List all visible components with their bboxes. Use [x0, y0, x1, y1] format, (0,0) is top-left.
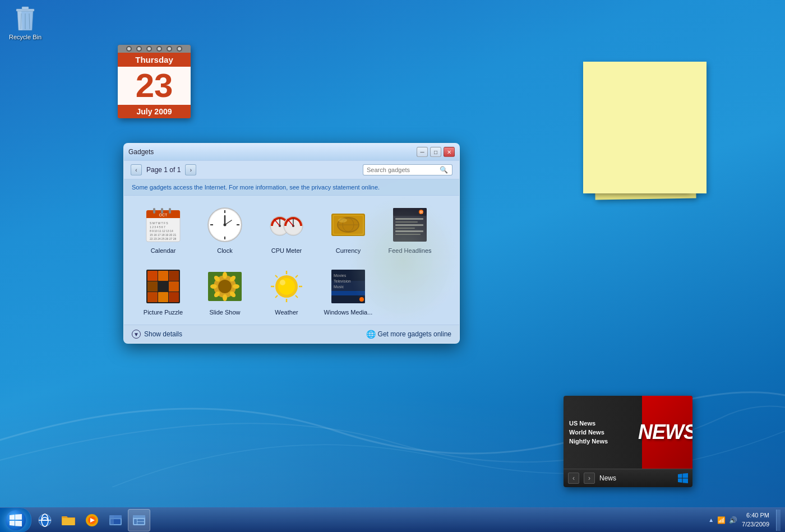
gadgets-titlebar: Gadgets ─ □ ✕ — [124, 144, 459, 161]
feed-headlines-gadget-label: Feed Headlines — [388, 247, 431, 254]
get-more-label: Get more gadgets online — [378, 330, 451, 338]
search-box[interactable]: 🔍 — [363, 164, 452, 175]
windows-media-gadget-label: Windows Media... — [324, 309, 373, 316]
gadgets-footer: ▼ Show details 🌐 Get more gadgets online — [124, 325, 459, 343]
taskbar-gadgets-icon[interactable] — [128, 509, 150, 531]
svg-rect-54 — [158, 271, 168, 281]
clock-gadget-icon — [205, 205, 245, 245]
calendar-day: Thursday — [118, 53, 191, 67]
news-widget-display: US News World News Nightly News NEWS — [564, 396, 692, 469]
svg-rect-55 — [169, 271, 179, 281]
gadget-weather[interactable]: Weather — [258, 263, 315, 319]
news-widget-label: News — [599, 474, 673, 482]
news-widget[interactable]: US News World News Nightly News NEWS ‹ ›… — [564, 396, 692, 487]
show-details-chevron: ▼ — [132, 330, 141, 339]
svg-point-91 — [359, 297, 364, 302]
show-desktop-button[interactable] — [776, 510, 781, 531]
svg-rect-58 — [169, 281, 179, 292]
picture-puzzle-gadget-label: Picture Puzzle — [144, 309, 183, 316]
maximize-button[interactable]: □ — [430, 147, 441, 157]
svg-rect-46 — [395, 224, 423, 226]
taskbar-explorer-icon[interactable] — [104, 509, 127, 531]
news-line-3: Nightly News — [569, 438, 636, 445]
svg-line-79 — [275, 275, 278, 277]
news-next-button[interactable]: › — [584, 473, 595, 484]
gadgets-nav: ‹ Page 1 of 1 › 🔍 — [124, 161, 459, 179]
svg-point-41 — [338, 218, 347, 223]
taskbar-ie-icon[interactable] — [34, 509, 56, 531]
gadget-clock[interactable]: Clock — [197, 201, 253, 257]
news-line-1: US News — [569, 420, 636, 427]
svg-rect-89 — [331, 291, 365, 295]
svg-point-66 — [223, 294, 227, 301]
news-prev-button[interactable]: ‹ — [568, 473, 579, 484]
start-button[interactable] — [0, 508, 31, 533]
windows-media-gadget-icon: Movies Television Music — [328, 266, 368, 307]
svg-rect-106 — [137, 519, 144, 521]
svg-rect-102 — [109, 515, 114, 525]
gadget-windows-media[interactable]: Movies Television Music Windows Media... — [320, 263, 376, 319]
sticky-note-front[interactable] — [583, 62, 706, 193]
calendar-date: 23 — [118, 67, 191, 105]
svg-text:15 16 17 18 19 20 21: 15 16 17 18 19 20 21 — [150, 233, 176, 237]
taskbar-system-tray: ▲ 📶 🔊 6:40 PM 7/23/2009 — [708, 510, 785, 531]
svg-text:OCT: OCT — [159, 213, 168, 217]
time-display: 6:40 PM — [742, 511, 769, 520]
calendar-widget[interactable]: Thursday 23 July 2009 — [118, 45, 191, 118]
calendar-spiral — [118, 45, 191, 53]
news-logo-text: NEWS — [638, 420, 692, 444]
gadget-slide-show[interactable]: Slide Show — [197, 263, 253, 319]
svg-rect-105 — [134, 519, 137, 524]
show-details-button[interactable]: ▼ Show details — [132, 330, 182, 339]
globe-icon: 🌐 — [366, 330, 376, 339]
recycle-bin-label: Recycle Bin — [9, 34, 41, 40]
search-icon[interactable]: 🔍 — [440, 166, 448, 174]
svg-rect-104 — [133, 515, 145, 518]
gadget-cpu-meter[interactable]: CPU Meter — [258, 201, 315, 257]
svg-text:R: R — [420, 210, 423, 214]
volume-icon[interactable]: 🔊 — [729, 516, 737, 524]
get-more-gadgets-link[interactable]: 🌐 Get more gadgets online — [366, 330, 451, 339]
svg-point-25 — [224, 224, 227, 226]
svg-rect-8 — [153, 208, 155, 214]
svg-rect-53 — [147, 271, 158, 281]
gadgets-grid: OCT S M T W T F S 1 2 3 4 5 6 7 8 9 10 1… — [124, 196, 459, 325]
svg-rect-107 — [137, 522, 144, 524]
clock-gadget-label: Clock — [217, 247, 233, 254]
svg-point-65 — [223, 272, 227, 279]
show-details-label: Show details — [144, 330, 182, 338]
svg-text:Music: Music — [334, 285, 344, 289]
news-widget-bar: ‹ › News — [564, 469, 692, 487]
taskbar: ▲ 📶 🔊 6:40 PM 7/23/2009 — [0, 507, 785, 532]
svg-rect-45 — [395, 221, 418, 223]
taskbar-media-player-icon[interactable] — [81, 509, 103, 531]
currency-gadget-label: Currency — [336, 247, 361, 254]
picture-puzzle-gadget-icon — [143, 266, 183, 307]
gadget-picture-puzzle[interactable]: Picture Puzzle — [135, 263, 191, 319]
taskbar-clock[interactable]: 6:40 PM 7/23/2009 — [742, 511, 769, 529]
gadget-feed-headlines[interactable]: R Feed Headlines — [382, 201, 438, 257]
minimize-button[interactable]: ─ — [417, 147, 428, 157]
gadget-currency[interactable]: Currency — [320, 201, 376, 257]
svg-text:1  2  3  4  5  6  7: 1 2 3 4 5 6 7 — [150, 225, 165, 229]
notification-arrow-icon[interactable]: ▲ — [708, 517, 714, 523]
svg-text:S M T W T F S: S M T W T F S — [150, 221, 168, 225]
gadget-calendar[interactable]: OCT S M T W T F S 1 2 3 4 5 6 7 8 9 10 1… — [135, 201, 191, 257]
svg-rect-57 — [158, 281, 168, 292]
close-button[interactable]: ✕ — [444, 147, 455, 157]
slide-show-gadget-icon — [205, 266, 245, 307]
svg-point-83 — [280, 280, 285, 285]
network-icon[interactable]: 📶 — [717, 516, 726, 524]
next-page-button[interactable]: › — [185, 164, 196, 175]
taskbar-folder-icon[interactable] — [57, 509, 80, 531]
prev-page-button[interactable]: ‹ — [131, 164, 142, 175]
cpu-meter-gadget-icon — [266, 205, 307, 245]
weather-gadget-icon — [266, 266, 307, 307]
svg-rect-48 — [395, 230, 423, 232]
gadgets-info: Some gadgets access the Internet. For mo… — [124, 179, 459, 196]
feed-headlines-gadget-icon: R — [390, 205, 430, 245]
weather-gadget-label: Weather — [275, 309, 298, 316]
recycle-bin-icon[interactable]: Recycle Bin — [6, 6, 45, 40]
svg-text:Movies: Movies — [334, 274, 347, 277]
search-input[interactable] — [367, 166, 440, 173]
